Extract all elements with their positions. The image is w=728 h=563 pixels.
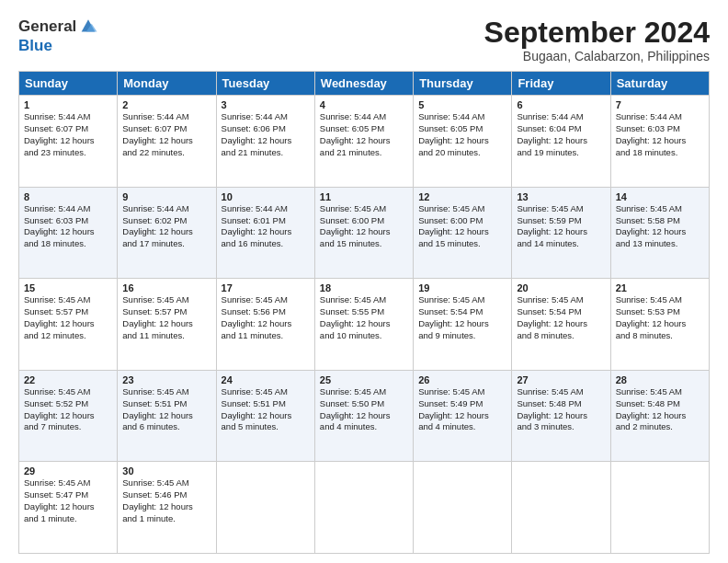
location: Bugaan, Calabarzon, Philippines <box>484 49 710 63</box>
day-number: 2 <box>122 99 210 110</box>
calendar-cell: 1Sunrise: 5:44 AMSunset: 6:07 PMDaylight… <box>19 96 118 188</box>
calendar-cell <box>216 462 314 554</box>
day-info-line: and 19 minutes. <box>517 147 605 159</box>
day-info-line: Daylight: 12 hours <box>24 318 112 330</box>
day-info-line: Daylight: 12 hours <box>222 318 310 330</box>
calendar-header: SundayMondayTuesdayWednesdayThursdayFrid… <box>19 72 710 96</box>
day-info-line: Sunset: 5:53 PM <box>616 306 704 318</box>
header-saturday: Saturday <box>610 72 709 96</box>
day-number: 21 <box>616 282 704 293</box>
day-info-line: and 1 minute. <box>122 513 210 525</box>
day-info-line: Sunrise: 5:45 AM <box>616 203 704 215</box>
calendar-cell: 27Sunrise: 5:45 AMSunset: 5:48 PMDayligh… <box>512 370 610 462</box>
day-info-line: Sunset: 6:04 PM <box>517 123 605 135</box>
day-info-line: Sunrise: 5:45 AM <box>320 386 408 398</box>
calendar: SundayMondayTuesdayWednesdayThursdayFrid… <box>18 71 710 554</box>
calendar-cell: 8Sunrise: 5:44 AMSunset: 6:03 PMDaylight… <box>19 187 118 279</box>
logo-icon <box>78 17 98 37</box>
day-info-line: Sunrise: 5:44 AM <box>517 111 605 123</box>
day-info-line: Sunset: 6:03 PM <box>24 215 112 227</box>
day-info-line: Sunrise: 5:44 AM <box>320 111 408 123</box>
day-info-line: Sunrise: 5:45 AM <box>222 294 310 306</box>
day-info-line: Sunset: 5:49 PM <box>418 398 506 410</box>
day-number: 4 <box>320 99 408 110</box>
day-info-line: Sunrise: 5:45 AM <box>418 386 506 398</box>
day-info-line: Daylight: 12 hours <box>616 226 704 238</box>
day-number: 14 <box>616 191 704 202</box>
day-info-line: and 4 minutes. <box>320 421 408 433</box>
day-info-line: Sunset: 5:47 PM <box>24 489 112 501</box>
day-info-line: Daylight: 12 hours <box>122 135 210 147</box>
day-info-line: Daylight: 12 hours <box>320 318 408 330</box>
calendar-cell: 14Sunrise: 5:45 AMSunset: 5:58 PMDayligh… <box>610 187 709 279</box>
day-info-line: Sunrise: 5:45 AM <box>24 294 112 306</box>
calendar-cell: 18Sunrise: 5:45 AMSunset: 5:55 PMDayligh… <box>314 279 413 371</box>
day-info-line: and 22 minutes. <box>122 147 210 159</box>
day-number: 7 <box>616 99 704 110</box>
header-friday: Friday <box>512 72 610 96</box>
day-info-line: Sunrise: 5:45 AM <box>24 386 112 398</box>
day-info-line: and 18 minutes. <box>616 147 704 159</box>
day-info-line: and 3 minutes. <box>517 421 605 433</box>
day-info-line: Sunset: 6:00 PM <box>320 215 408 227</box>
day-number: 16 <box>122 282 210 293</box>
calendar-cell: 11Sunrise: 5:45 AMSunset: 6:00 PMDayligh… <box>314 187 413 279</box>
day-info-line: and 16 minutes. <box>222 238 310 250</box>
day-info-line: Sunrise: 5:44 AM <box>616 111 704 123</box>
day-info-line: Sunset: 5:52 PM <box>24 398 112 410</box>
calendar-cell: 16Sunrise: 5:45 AMSunset: 5:57 PMDayligh… <box>118 279 216 371</box>
calendar-cell: 26Sunrise: 5:45 AMSunset: 5:49 PMDayligh… <box>414 370 512 462</box>
day-info-line: Sunrise: 5:45 AM <box>616 386 704 398</box>
day-info-line: Sunset: 5:57 PM <box>24 306 112 318</box>
day-info-line: Sunrise: 5:45 AM <box>122 386 210 398</box>
day-info-line: Daylight: 12 hours <box>418 410 506 422</box>
day-info-line: and 11 minutes. <box>122 330 210 342</box>
day-info-line: Daylight: 12 hours <box>222 226 310 238</box>
day-info-line: and 9 minutes. <box>418 330 506 342</box>
day-number: 5 <box>418 99 506 110</box>
header-tuesday: Tuesday <box>216 72 314 96</box>
day-number: 12 <box>418 191 506 202</box>
day-info-line: Sunrise: 5:44 AM <box>24 111 112 123</box>
calendar-body: 1Sunrise: 5:44 AMSunset: 6:07 PMDaylight… <box>19 96 710 554</box>
day-number: 9 <box>122 191 210 202</box>
day-info-line: Daylight: 12 hours <box>418 318 506 330</box>
day-info-line: Sunset: 6:05 PM <box>418 123 506 135</box>
day-info-line: and 7 minutes. <box>24 421 112 433</box>
calendar-cell: 20Sunrise: 5:45 AMSunset: 5:54 PMDayligh… <box>512 279 610 371</box>
day-info-line: and 17 minutes. <box>122 238 210 250</box>
day-info-line: and 8 minutes. <box>616 330 704 342</box>
day-info-line: and 5 minutes. <box>222 421 310 433</box>
day-info-line: Sunset: 5:58 PM <box>616 215 704 227</box>
calendar-cell: 23Sunrise: 5:45 AMSunset: 5:51 PMDayligh… <box>118 370 216 462</box>
calendar-cell: 24Sunrise: 5:45 AMSunset: 5:51 PMDayligh… <box>216 370 314 462</box>
day-info-line: Sunset: 5:55 PM <box>320 306 408 318</box>
day-info-line: and 15 minutes. <box>320 238 408 250</box>
day-number: 26 <box>418 374 506 385</box>
day-info-line: Sunset: 5:50 PM <box>320 398 408 410</box>
header-monday: Monday <box>118 72 216 96</box>
calendar-cell: 9Sunrise: 5:44 AMSunset: 6:02 PMDaylight… <box>118 187 216 279</box>
logo-blue: Blue <box>18 37 52 54</box>
day-number: 17 <box>222 282 310 293</box>
day-info-line: and 21 minutes. <box>320 147 408 159</box>
day-info-line: Sunset: 5:54 PM <box>517 306 605 318</box>
day-info-line: Sunset: 6:05 PM <box>320 123 408 135</box>
calendar-cell: 10Sunrise: 5:44 AMSunset: 6:01 PMDayligh… <box>216 187 314 279</box>
day-info-line: Daylight: 12 hours <box>122 226 210 238</box>
day-info-line: Daylight: 12 hours <box>616 135 704 147</box>
day-info-line: Sunrise: 5:45 AM <box>517 203 605 215</box>
day-info-line: Daylight: 12 hours <box>418 226 506 238</box>
calendar-cell: 28Sunrise: 5:45 AMSunset: 5:48 PMDayligh… <box>610 370 709 462</box>
day-info-line: Daylight: 12 hours <box>24 501 112 513</box>
day-number: 29 <box>24 465 112 477</box>
calendar-cell: 12Sunrise: 5:45 AMSunset: 6:00 PMDayligh… <box>414 187 512 279</box>
day-info-line: and 6 minutes. <box>122 421 210 433</box>
title-block: September 2024 Bugaan, Calabarzon, Phili… <box>484 17 710 63</box>
calendar-cell: 5Sunrise: 5:44 AMSunset: 6:05 PMDaylight… <box>414 96 512 188</box>
header-wednesday: Wednesday <box>314 72 413 96</box>
calendar-cell: 29Sunrise: 5:45 AMSunset: 5:47 PMDayligh… <box>19 462 118 554</box>
day-info-line: Sunset: 5:51 PM <box>122 398 210 410</box>
day-number: 3 <box>222 99 310 110</box>
calendar-cell: 25Sunrise: 5:45 AMSunset: 5:50 PMDayligh… <box>314 370 413 462</box>
